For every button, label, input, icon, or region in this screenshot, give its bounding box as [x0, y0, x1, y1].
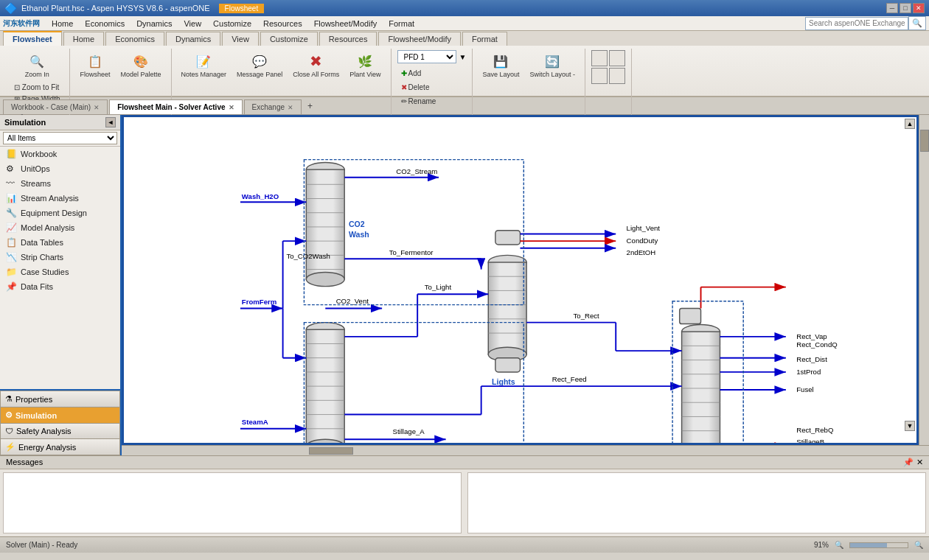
sidebar-item-unitops[interactable]: ⚙ UnitOps [0, 161, 120, 176]
add-view-button[interactable]: ✚ Add [397, 68, 425, 79]
menu-resources[interactable]: Resources [257, 18, 308, 29]
menu-format[interactable]: Format [383, 18, 420, 29]
save-layout-button[interactable]: 💾 Save Layout [479, 50, 523, 81]
flowsheet-canvas[interactable]: CO2 Wash Bee [122, 115, 919, 445]
zoom-to-fit-button[interactable]: ⊡ Zoom to Fit [10, 82, 63, 93]
minimize-button[interactable]: ─ [886, 3, 898, 13]
menu-home[interactable]: Home [46, 18, 79, 29]
tab-workbook-close[interactable]: ✕ [94, 104, 100, 111]
messages-close-button[interactable]: ✕ [916, 458, 923, 467]
sidebar-item-stream-analysis[interactable]: 📊 Stream Analysis [0, 191, 120, 206]
sidebar-item-strip-charts[interactable]: 📉 Strip Charts [0, 250, 120, 265]
delete-view-button[interactable]: ✖ Delete [397, 82, 434, 93]
sidebar-item-streams[interactable]: 〰 Streams [0, 176, 120, 191]
window-tile-btn1[interactable] [591, 50, 608, 66]
tab-exchange-close[interactable]: ✕ [288, 104, 293, 111]
flowsheet-button[interactable]: 📋 Flowsheet [76, 50, 114, 81]
tab-workbook[interactable]: Workbook - Case (Main) ✕ [3, 99, 108, 114]
tab-exchange[interactable]: Exchange ✕ [244, 99, 302, 114]
pfd-dropdown-arrow[interactable]: ▼ [459, 53, 467, 61]
switch-layout-button[interactable]: 🔄 Switch Layout - [526, 50, 579, 81]
sidebar-item-equipment-design[interactable]: 🔧 Equipment Design [0, 206, 120, 220]
energy-analysis-panel-button[interactable]: ⚡ Energy Analysis [0, 439, 120, 455]
rename-label: Rename [408, 97, 436, 105]
svg-text:1stProd: 1stProd [796, 368, 821, 376]
menu-dynamics[interactable]: Dynamics [131, 18, 178, 29]
messages-pin-button[interactable]: 📌 [903, 458, 914, 467]
zoom-in-button[interactable]: 🔍 Zoom In [10, 50, 63, 81]
horizontal-scrollbar[interactable] [122, 445, 929, 455]
vertical-scrollbar[interactable] [919, 115, 929, 445]
tab-exchange-label: Exchange [252, 103, 285, 111]
sidebar-unitops-label: UnitOps [21, 164, 50, 173]
zoom-out-status-icon[interactable]: 🔍 [835, 541, 843, 549]
tab-flowsheet-modify[interactable]: Flowsheet/Modify [378, 32, 461, 46]
sidebar-header: Simulation ◄ [0, 115, 120, 130]
sidebar-item-workbook[interactable]: 📒 Workbook [0, 147, 120, 161]
sidebar-item-data-fits[interactable]: 📌 Data Fits [0, 279, 120, 294]
sidebar-item-data-tables[interactable]: 📋 Data Tables [0, 235, 120, 250]
properties-panel-button[interactable]: ⚗ Properties [0, 391, 120, 407]
equipment-design-icon: 🔧 [6, 208, 18, 218]
energy-analysis-icon: ⚡ [5, 442, 15, 452]
zoom-slider[interactable] [849, 542, 908, 548]
tab-flowsheet-main[interactable]: Flowsheet Main - Solver Active ✕ [109, 99, 242, 114]
sidebar-item-model-analysis[interactable]: 📈 Model Analysis [0, 220, 120, 235]
rename-view-button[interactable]: ✏ Rename [397, 96, 440, 107]
case-studies-icon: 📁 [6, 267, 18, 277]
model-analysis-icon: 📈 [6, 223, 18, 233]
tab-flowsheet[interactable]: Flowsheet [3, 31, 62, 46]
window-tile-btn2[interactable] [609, 50, 625, 66]
svg-text:Wash: Wash [349, 230, 369, 239]
svg-rect-38 [682, 332, 720, 443]
hscroll-thumb[interactable] [309, 447, 353, 455]
tab-customize[interactable]: Customize [260, 32, 318, 46]
close-button[interactable]: ✕ [913, 3, 925, 13]
svg-text:Rect_RebQ: Rect_RebQ [796, 426, 833, 434]
svg-text:FromFerm: FromFerm [242, 298, 276, 306]
scroll-down-button[interactable]: ▼ [905, 421, 915, 431]
new-tab-button[interactable]: + [303, 98, 317, 114]
search-input[interactable] [805, 17, 908, 30]
sidebar-stream-analysis-label: Stream Analysis [21, 194, 79, 203]
maximize-button[interactable]: □ [900, 3, 911, 13]
svg-text:To_Light: To_Light [425, 283, 452, 291]
scroll-up-button[interactable]: ▲ [905, 119, 915, 129]
search-icon[interactable]: 🔍 [908, 16, 926, 30]
beer-conc-column[interactable]: Beer Conc [306, 323, 344, 443]
zoom-in-status-icon[interactable]: 🔍 [914, 541, 923, 549]
tab-view[interactable]: View [222, 32, 259, 46]
simulation-panel-button[interactable]: ⚙ Simulation [0, 407, 120, 424]
sidebar-filter-dropdown[interactable]: All Items [3, 132, 117, 144]
menu-economics[interactable]: Economics [79, 18, 131, 29]
plant-view-button[interactable]: 🌿 Plant View [346, 50, 384, 81]
messages-header: Messages 📌 ✕ [0, 456, 929, 469]
message-panel-button[interactable]: 💬 Message Panel [233, 50, 286, 81]
sidebar-item-case-studies[interactable]: 📁 Case Studies [0, 265, 120, 279]
plant-view-label: Plant View [349, 71, 380, 79]
rect-column[interactable]: Rect [680, 308, 720, 443]
message-icon: 💬 [251, 52, 268, 70]
switch-layout-label: Switch Layout - [529, 71, 575, 79]
notes-manager-button[interactable]: 📝 Notes Manager [178, 50, 231, 81]
close-all-forms-button[interactable]: ✖ Close All Forms [289, 50, 343, 81]
window-tile-btn4[interactable] [609, 68, 625, 84]
tab-format[interactable]: Format [462, 32, 507, 46]
flowsheet-icon: 📋 [86, 52, 104, 70]
tab-flowsheet-close[interactable]: ✕ [229, 104, 234, 111]
tab-resources[interactable]: Resources [319, 32, 377, 46]
pfd-dropdown[interactable]: PFD 1 [397, 50, 456, 63]
menu-flowsheet-modify[interactable]: Flowsheet/Modify [308, 18, 383, 29]
tab-dynamics[interactable]: Dynamics [166, 32, 220, 46]
menu-customize[interactable]: Customize [207, 18, 257, 29]
vscroll-thumb[interactable] [920, 130, 929, 152]
safety-analysis-panel-button[interactable]: 🛡 Safety Analysis [0, 424, 120, 439]
model-palette-button[interactable]: 🎨 Model Palette [117, 50, 165, 81]
tab-home[interactable]: Home [63, 32, 104, 46]
status-text: Solver (Main) - Ready [6, 541, 77, 549]
tab-economics[interactable]: Economics [105, 32, 164, 46]
window-tile-btn3[interactable] [591, 68, 608, 84]
sidebar-collapse-button[interactable]: ◄ [105, 117, 116, 127]
menu-view[interactable]: View [178, 18, 207, 29]
save-layout-icon: 💾 [492, 52, 509, 70]
